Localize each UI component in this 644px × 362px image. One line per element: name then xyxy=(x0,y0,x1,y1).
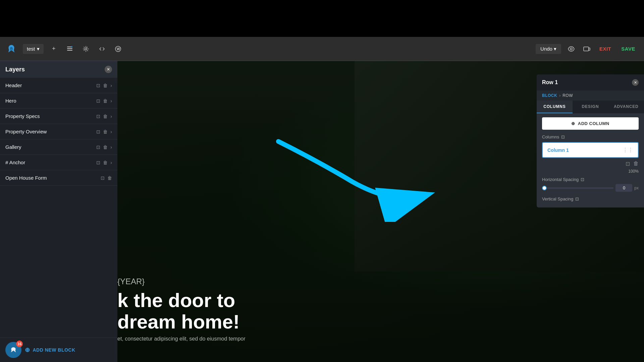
svg-point-3 xyxy=(71,46,72,48)
wordpress-button[interactable]: W xyxy=(112,43,124,55)
expand-icon: › xyxy=(110,160,112,165)
sidebar-item-gallery-icons: ⊡ 🗑 xyxy=(96,144,108,150)
canvas-area: {YEAR} k the door to dream home! et, con… xyxy=(117,61,644,362)
preview-button[interactable] xyxy=(565,43,577,55)
exit-button[interactable]: EXIT xyxy=(596,44,614,54)
sidebar-item-open-house-form-label: Open House Form xyxy=(5,175,101,181)
delete-icon[interactable]: 🗑 xyxy=(103,114,108,119)
sidebar-item-header-icons: ⊡ 🗑 xyxy=(96,83,108,88)
code-button[interactable] xyxy=(96,43,108,55)
sidebar-item-anchor-icons: ⊡ 🗑 xyxy=(96,160,108,165)
column-copy-icon[interactable]: ⊡ xyxy=(626,161,630,167)
panel-tabs: COLUMNS DESIGN ADVANCED xyxy=(537,101,644,113)
breadcrumb-block[interactable]: BLOCK xyxy=(542,93,557,98)
copy-icon[interactable]: ⊡ xyxy=(96,98,100,104)
responsive-vspacing-icon: ⊡ xyxy=(575,196,579,201)
svg-rect-8 xyxy=(584,47,589,51)
project-name: test xyxy=(27,46,35,52)
sidebar-items: Header ⊡ 🗑 › Hero ⊡ 🗑 › xyxy=(0,78,117,338)
sidebar-item-header[interactable]: Header ⊡ 🗑 › xyxy=(0,78,117,93)
undo-button[interactable]: Undo ▾ xyxy=(536,44,561,54)
sidebar-item-open-house-form-icons: ⊡ 🗑 xyxy=(101,175,112,181)
add-circle-icon: ⊕ xyxy=(25,346,30,354)
sidebar-item-gallery[interactable]: Gallery ⊡ 🗑 › xyxy=(0,139,117,155)
expand-icon: › xyxy=(110,114,112,119)
sidebar-item-hero-icons: ⊡ 🗑 xyxy=(96,98,108,104)
columns-label-text: Columns xyxy=(542,134,559,139)
horizontal-spacing-unit: px xyxy=(634,186,639,190)
hero-headline: k the door to dream home! xyxy=(117,290,644,336)
sidebar-item-property-overview-label: Property Overview xyxy=(5,129,96,134)
tab-advanced[interactable]: ADVANCED xyxy=(608,101,644,113)
add-column-label: ADD COLUMN xyxy=(578,121,609,126)
row-panel-header: Row 1 ✕ xyxy=(537,74,644,90)
row-panel-title: Row 1 xyxy=(542,79,558,85)
delete-icon[interactable]: 🗑 xyxy=(103,83,108,88)
user-avatar[interactable]: 16 xyxy=(5,342,21,358)
sidebar-header: Layers ✕ xyxy=(0,61,117,78)
delete-icon[interactable]: 🗑 xyxy=(103,144,108,150)
tab-design[interactable]: DESIGN xyxy=(573,101,608,113)
sidebar-item-hero-label: Hero xyxy=(5,98,96,104)
copy-icon[interactable]: ⊡ xyxy=(96,160,100,165)
add-block-button[interactable]: + xyxy=(48,43,60,55)
expand-icon: › xyxy=(110,144,112,150)
horizontal-spacing-row: px xyxy=(542,184,639,192)
sidebar-item-property-specs-icons: ⊡ 🗑 xyxy=(96,114,108,119)
delete-icon[interactable]: 🗑 xyxy=(103,98,108,104)
delete-icon[interactable]: 🗑 xyxy=(103,160,108,165)
expand-icon: › xyxy=(110,129,112,134)
horizontal-spacing-slider[interactable] xyxy=(542,187,613,189)
tab-columns[interactable]: COLUMNS xyxy=(537,101,573,113)
column-1-label: Column 1 xyxy=(547,147,569,153)
responsive-button[interactable] xyxy=(581,43,593,55)
app-logo[interactable] xyxy=(5,43,17,55)
layers-button[interactable] xyxy=(64,43,76,55)
column-delete-icon[interactable]: 🗑 xyxy=(633,161,639,167)
hero-line1: k the door to xyxy=(117,289,235,311)
add-column-button[interactable]: ⊕ ADD COLUMN xyxy=(542,117,639,130)
sidebar-title: Layers xyxy=(5,66,25,73)
add-new-block-button[interactable]: ⊕ ADD NEW BLOCK xyxy=(25,346,75,354)
delete-icon[interactable]: 🗑 xyxy=(103,129,108,134)
save-button[interactable]: SAVE xyxy=(618,44,639,54)
svg-rect-9 xyxy=(589,48,590,50)
sidebar-item-anchor[interactable]: # Anchor ⊡ 🗑 › xyxy=(0,155,117,170)
column-1-item[interactable]: Column 1 ⋮⋮ xyxy=(542,142,639,158)
sidebar-item-open-house-form[interactable]: Open House Form ⊡ 🗑 xyxy=(0,170,117,186)
svg-rect-1 xyxy=(67,48,72,49)
horizontal-spacing-input[interactable] xyxy=(615,184,632,192)
breadcrumb-row: ROW xyxy=(562,93,573,98)
copy-icon[interactable]: ⊡ xyxy=(96,144,100,150)
top-black-bar xyxy=(0,0,644,37)
responsive-columns-icon: ⊡ xyxy=(561,134,565,139)
hero-subtitle: et, consectetur adipiscing elit, sed do … xyxy=(117,336,644,342)
notification-badge: 16 xyxy=(16,341,23,347)
panel-body: ⊕ ADD COLUMN Columns ⊡ Column 1 ⋮⋮ ⊡ 🗑 xyxy=(537,113,644,207)
sidebar-item-gallery-label: Gallery xyxy=(5,144,96,150)
content-area: Layers ✕ Header ⊡ 🗑 › Hero ⊡ xyxy=(0,61,644,362)
svg-point-7 xyxy=(570,48,572,50)
responsive-spacing-icon: ⊡ xyxy=(581,177,584,182)
sidebar-item-property-specs[interactable]: Property Specs ⊡ 🗑 › xyxy=(0,109,117,124)
sidebar: Layers ✕ Header ⊡ 🗑 › Hero ⊡ xyxy=(0,61,117,362)
settings-button[interactable] xyxy=(80,43,92,55)
copy-icon[interactable]: ⊡ xyxy=(101,175,105,181)
column-actions: ⊡ 🗑 xyxy=(542,161,639,167)
horizontal-spacing-label: Horizontal Spacing ⊡ xyxy=(542,177,639,182)
sidebar-item-hero[interactable]: Hero ⊡ 🗑 › xyxy=(0,93,117,109)
row-panel-close-button[interactable]: ✕ xyxy=(632,79,639,86)
copy-icon[interactable]: ⊡ xyxy=(96,129,100,134)
copy-icon[interactable]: ⊡ xyxy=(96,83,100,88)
hero-content: {YEAR} k the door to dream home! et, con… xyxy=(117,277,644,342)
sidebar-footer: 16 ⊕ ADD NEW BLOCK xyxy=(0,338,117,362)
copy-icon[interactable]: ⊡ xyxy=(96,114,100,119)
sidebar-item-property-overview[interactable]: Property Overview ⊡ 🗑 › xyxy=(0,124,117,139)
expand-icon: › xyxy=(110,83,112,88)
vertical-spacing-label: Vertical Spacing ⊡ xyxy=(542,196,639,201)
sidebar-item-property-specs-label: Property Specs xyxy=(5,113,96,119)
project-selector[interactable]: test ▾ xyxy=(23,44,44,54)
delete-icon[interactable]: 🗑 xyxy=(107,175,112,181)
sidebar-close-button[interactable]: ✕ xyxy=(105,66,112,73)
vertical-spacing-label-text: Vertical Spacing xyxy=(542,196,573,201)
